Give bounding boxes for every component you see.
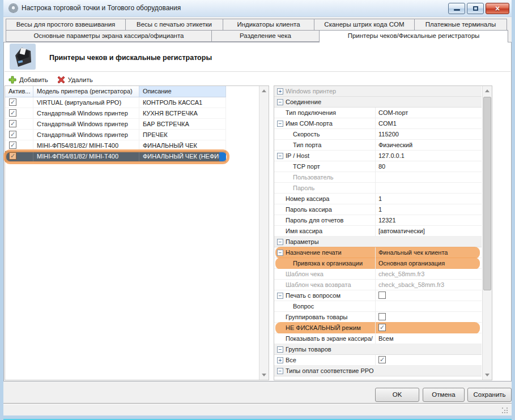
tab-top-4[interactable]: Сканеры штрих кода COM [314,19,415,31]
description-cell: ПРЕЧЕК [139,130,226,140]
tab-bottom-1[interactable]: Основные параметры экрана кассира/официа… [6,30,212,42]
property-row[interactable]: Пароль для отчетов12321 [274,215,482,226]
tab-row-bottom: Основные параметры экрана кассира/официа… [3,30,512,42]
add-button[interactable]: Добавить [8,76,48,84]
property-row[interactable]: Имя кассира[автоматически] [274,226,482,237]
property-checkbox[interactable] [378,292,386,299]
property-row[interactable]: Пароль кассира1 [274,204,482,215]
row-checkbox[interactable]: ✓ [9,131,16,138]
property-row[interactable]: −Соединение [274,97,482,108]
property-label: Группировать товары [286,314,347,320]
property-row[interactable]: −Группы товаров [274,344,482,355]
scroll-up-arrow[interactable] [483,86,492,96]
collapse-icon[interactable]: − [277,368,283,374]
selection-cap [219,151,226,162]
property-value: 12321 [375,215,482,226]
property-row[interactable]: Привязка к организацииОсновная организац… [274,258,482,269]
collapse-icon[interactable]: − [277,293,283,299]
property-label: Пользователь [293,174,333,181]
active-cell: ✓ [5,97,33,108]
tab-bottom-3[interactable]: Принтеры чеков/Фискальные регистраторы [319,30,508,42]
printer-row[interactable]: ✓МІНІ-ФП54/81/82/ МІНІ-Т400ФИНАЛЬНЫЙ ЧЕК… [5,151,226,162]
column-header[interactable]: Модель принтера (регистратора) [33,86,139,97]
property-label: Назначение печати [286,249,342,256]
scroll-down-arrow[interactable] [259,370,269,380]
row-checkbox[interactable]: ✓ [9,120,16,127]
receipt-printer-icon [10,44,36,72]
close-button[interactable]: × [486,3,509,14]
tab-top-1[interactable]: Весы для простого взвешивания [6,19,126,31]
collapse-icon[interactable]: − [277,239,283,245]
close-icon: × [486,4,509,13]
printer-row[interactable]: ✓МІНІ-ФП54/81/82/ МІНІ-Т400ФИНАЛЬНЫЙ ЧЕК [5,140,226,151]
printer-row[interactable]: ✓Стандартный Windows принтерБАР ВСТРЕЧКА [5,119,226,130]
model-cell: МІНІ-ФП54/81/82/ МІНІ-Т400 [33,151,139,162]
property-label: Номер кассира [286,195,329,202]
printer-list-scrollbar[interactable] [259,86,269,380]
expand-icon[interactable]: + [277,357,283,363]
scroll-down-arrow[interactable] [483,370,492,380]
property-grid-scrollbar[interactable] [482,86,492,380]
property-row[interactable]: +Все✓ [274,355,482,366]
column-header[interactable]: Описание [139,86,226,97]
property-label: Имя COM-порта [286,120,333,127]
printer-row[interactable]: ✓Стандартный Windows принтерПРЕЧЕК [5,130,226,140]
maximize-button[interactable] [467,3,484,14]
collapse-icon[interactable]: − [277,346,283,353]
tab-bottom-2[interactable]: Разделение чека [211,30,320,42]
printer-row[interactable]: ✓VIRTUAL (виртуальный РРО)КОНТРОЛЬ КАССА… [5,97,226,108]
scrollbar-thumb[interactable] [483,97,491,290]
property-row[interactable]: −Печать с вопросом [274,290,482,301]
resize-grip-icon[interactable] [502,408,509,414]
property-row[interactable]: Шаблон чекаcheck_58mm.fr3 [274,269,482,280]
model-cell: VIRTUAL (виртуальный РРО) [33,97,139,108]
cancel-button[interactable]: Отмена [423,388,465,402]
property-checkbox[interactable]: ✓ [378,356,386,363]
tab-top-3[interactable]: Индикаторы клиента [223,19,314,31]
property-label: Печать с вопросом [286,292,341,299]
property-row[interactable]: Вопрос [274,301,482,312]
property-row[interactable]: Скорость115200 [274,129,482,140]
ok-button[interactable]: OK [375,388,419,402]
property-row[interactable]: Пароль [274,183,482,194]
expand-icon[interactable]: + [277,88,283,95]
collapse-icon[interactable]: − [277,250,283,256]
property-value: ✓ [375,323,482,333]
row-checkbox[interactable]: ✓ [9,142,16,149]
property-row[interactable]: Группировать товары [274,312,482,323]
row-checkbox[interactable]: ✓ [9,98,16,106]
property-row[interactable]: −Параметры [274,237,482,247]
row-checkbox[interactable]: ✓ [9,152,16,160]
property-checkbox[interactable] [378,313,386,320]
property-row[interactable]: Тип портаФизический [274,140,482,151]
green-plus-icon [8,76,16,84]
minimize-button[interactable] [448,3,465,14]
collapse-icon[interactable]: − [277,99,283,105]
divider [3,403,512,404]
property-row[interactable]: −Назначение печатиФинальный чек клиента [274,247,482,258]
tab-top-5[interactable]: Платежные терминалы [414,19,507,31]
property-row[interactable]: Шаблон чека возвратаcheck_sback_58mm.fr3 [274,280,482,290]
collapse-icon[interactable]: − [277,121,283,127]
property-row[interactable]: НЕ ФИСКАЛЬНЫЙ режим✓ [274,323,482,333]
active-cell: ✓ [5,140,33,151]
property-row[interactable]: Пользователь [274,172,482,183]
property-row[interactable]: +Windows принтер [274,86,482,97]
scroll-up-arrow[interactable] [259,86,269,96]
column-header[interactable]: Актив... [5,86,33,97]
property-checkbox[interactable]: ✓ [378,324,386,331]
property-label: Привязка к организации [293,260,363,267]
property-row[interactable]: Тип подключенияCOM-порт [274,108,482,118]
delete-button[interactable]: Удалить [57,76,93,84]
tab-top-2[interactable]: Весы с печатью этикетки [125,19,223,31]
property-row[interactable]: −Имя COM-портаCOM1 [274,118,482,129]
row-checkbox[interactable]: ✓ [9,109,16,117]
property-row[interactable]: −IP / Host127.0.0.1 [274,151,482,161]
printer-row[interactable]: ✓Стандартный Windows принтерКУХНЯ ВСТРЕЧ… [5,108,226,119]
collapse-icon[interactable]: − [277,153,283,159]
property-row[interactable]: Номер кассира1 [274,194,482,204]
save-button[interactable]: Сохранить [467,388,512,402]
property-row[interactable]: TCP порт80 [274,161,482,172]
property-row[interactable]: −Типы оплат соответствие РРО [274,366,482,376]
property-row[interactable]: Показывать в экране кассира/Всем [274,333,482,344]
